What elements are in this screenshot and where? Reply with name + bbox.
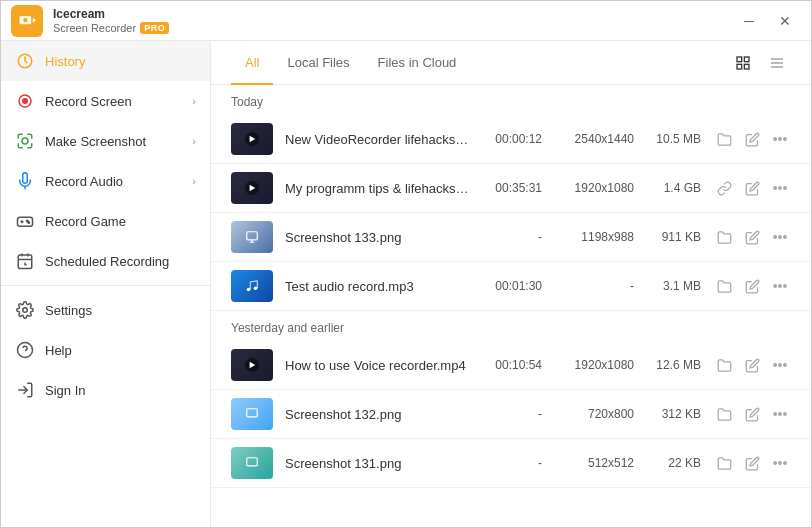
svg-point-32 [254, 287, 258, 291]
sidebar-label-help: Help [45, 343, 72, 358]
sidebar-item-settings[interactable]: Settings [1, 290, 210, 330]
app-logo [11, 5, 43, 37]
file-size: 10.5 MB [646, 132, 701, 146]
file-info: Screenshot 131.png [285, 456, 470, 471]
sidebar-label-audio: Record Audio [45, 174, 123, 189]
edit-button[interactable] [741, 403, 763, 425]
svg-point-31 [247, 288, 251, 292]
edit-button[interactable] [741, 354, 763, 376]
svg-marker-1 [33, 17, 36, 22]
more-button[interactable]: ••• [769, 452, 791, 474]
file-info: Test audio record.mp3 [285, 279, 470, 294]
sidebar-item-record-game[interactable]: Record Game [1, 201, 210, 241]
sidebar-item-help[interactable]: Help [1, 330, 210, 370]
svg-point-15 [23, 308, 28, 313]
chevron-right-icon-2: › [192, 135, 196, 147]
close-button[interactable]: ✕ [769, 7, 801, 35]
file-actions: ••• [713, 226, 791, 248]
play-icon [245, 181, 259, 195]
more-button[interactable]: ••• [769, 128, 791, 150]
svg-point-2 [23, 18, 27, 22]
more-button[interactable]: ••• [769, 403, 791, 425]
sidebar-label-scheduled: Scheduled Recording [45, 254, 169, 269]
file-resolution: 1920x1080 [554, 358, 634, 372]
sidebar-item-record-screen[interactable]: Record Screen › [1, 81, 210, 121]
file-name: New VideoRecorder lifehacks.mp4 [285, 132, 470, 147]
file-thumbnail [231, 447, 273, 479]
edit-button[interactable] [741, 275, 763, 297]
folder-button[interactable] [713, 452, 735, 474]
list-view-button[interactable] [763, 49, 791, 77]
folder-button[interactable] [713, 275, 735, 297]
more-button[interactable]: ••• [769, 354, 791, 376]
table-row[interactable]: Screenshot 132.png - 720x800 312 KB ••• [211, 390, 811, 439]
pro-badge: PRO [140, 22, 169, 34]
svg-point-10 [28, 222, 30, 224]
table-row[interactable]: Screenshot 133.png - 1198x988 911 KB ••• [211, 213, 811, 262]
svg-rect-20 [744, 57, 749, 62]
file-duration: - [482, 456, 542, 470]
file-list: Today New VideoRecorder lifehacks.mp4 00… [211, 85, 811, 527]
app-title: Icecream [53, 7, 169, 21]
folder-button[interactable] [713, 128, 735, 150]
link-button[interactable] [713, 177, 735, 199]
svg-point-5 [22, 98, 28, 104]
table-row[interactable]: New VideoRecorder lifehacks.mp4 00:00:12… [211, 115, 811, 164]
edit-button[interactable] [741, 128, 763, 150]
edit-button[interactable] [741, 177, 763, 199]
sidebar-item-screenshot[interactable]: Make Screenshot › [1, 121, 210, 161]
edit-button[interactable] [741, 226, 763, 248]
file-duration: - [482, 407, 542, 421]
sidebar-item-sign-in[interactable]: Sign In [1, 370, 210, 410]
table-row[interactable]: How to use Voice recorder.mp4 00:10:54 1… [211, 341, 811, 390]
tab-local-files[interactable]: Local Files [273, 41, 363, 85]
file-resolution: 512x512 [554, 456, 634, 470]
file-name: Test audio record.mp3 [285, 279, 470, 294]
svg-rect-21 [737, 64, 742, 69]
screenshot-icon [15, 131, 35, 151]
minimize-button[interactable]: ─ [733, 7, 765, 35]
tab-all[interactable]: All [231, 41, 273, 85]
file-duration: 00:00:12 [482, 132, 542, 146]
file-thumbnail [231, 172, 273, 204]
play-icon [245, 132, 259, 146]
table-row[interactable]: Screenshot 131.png - 512x512 22 KB ••• [211, 439, 811, 488]
scheduled-icon [15, 251, 35, 271]
file-actions: ••• [713, 354, 791, 376]
tab-files-in-cloud[interactable]: Files in Cloud [364, 41, 471, 85]
file-resolution: 1198x988 [554, 230, 634, 244]
record-screen-icon [15, 91, 35, 111]
titlebar: Icecream Screen Recorder PRO ─ ✕ [1, 1, 811, 41]
folder-button[interactable] [713, 403, 735, 425]
folder-button[interactable] [713, 354, 735, 376]
sidebar-label-screenshot: Make Screenshot [45, 134, 146, 149]
file-info: New VideoRecorder lifehacks.mp4 [285, 132, 470, 147]
svg-rect-28 [247, 232, 258, 240]
grid-view-button[interactable] [729, 49, 757, 77]
folder-button[interactable] [713, 226, 735, 248]
more-button[interactable]: ••• [769, 226, 791, 248]
sidebar-label-history: History [45, 54, 85, 69]
table-row[interactable]: My programm tips & lifehacks.mp4 00:35:3… [211, 164, 811, 213]
sidebar-item-scheduled[interactable]: Scheduled Recording [1, 241, 210, 281]
sign-in-icon [15, 380, 35, 400]
svg-marker-26 [250, 136, 256, 142]
sidebar-divider [1, 285, 210, 286]
sidebar-label-record-screen: Record Screen [45, 94, 132, 109]
table-row[interactable]: Test audio record.mp3 00:01:30 - 3.1 MB … [211, 262, 811, 311]
edit-button[interactable] [741, 452, 763, 474]
file-size: 12.6 MB [646, 358, 701, 372]
svg-rect-8 [18, 217, 33, 226]
svg-marker-27 [250, 185, 256, 191]
file-thumbnail [231, 270, 273, 302]
sidebar-label-settings: Settings [45, 303, 92, 318]
section-yesterday: Yesterday and earlier [211, 311, 811, 341]
more-button[interactable]: ••• [769, 177, 791, 199]
file-actions: ••• [713, 452, 791, 474]
sidebar: History Record Screen › [1, 41, 211, 527]
svg-rect-11 [18, 255, 32, 269]
more-button[interactable]: ••• [769, 275, 791, 297]
sidebar-item-record-audio[interactable]: Record Audio › [1, 161, 210, 201]
sidebar-item-history[interactable]: History [1, 41, 210, 81]
file-size: 22 KB [646, 456, 701, 470]
